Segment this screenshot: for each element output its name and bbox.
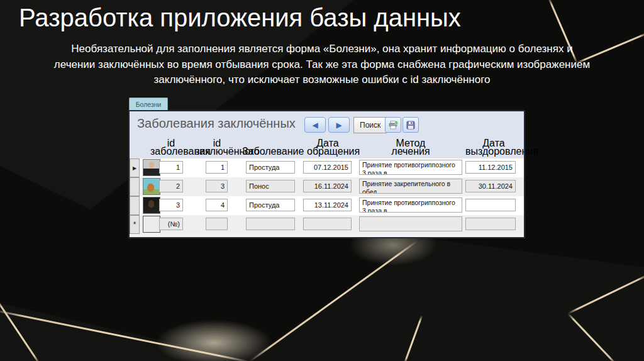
id-prisoner-field[interactable] <box>206 218 228 230</box>
id-disease-field[interactable]: 3 <box>159 199 183 211</box>
column-header-disease: Заболевание <box>242 148 299 156</box>
tab-label: Болезни <box>136 101 162 108</box>
printer-icon <box>389 121 398 130</box>
prisoner-photo[interactable] <box>143 197 160 214</box>
id-disease-field[interactable]: (№) <box>159 218 183 230</box>
id-prisoner-field[interactable]: 4 <box>206 199 228 211</box>
column-headers: id заболевания id заключённого Заболеван… <box>130 135 524 158</box>
form-header: Заболевания заключённых ◀ ▶ Поиск <box>130 111 524 135</box>
record-row: ▶ 1 1 Простуда 07.12.2015 Принятие проти… <box>130 158 524 177</box>
recovery-date-field[interactable]: 11.12.2015 <box>465 161 516 174</box>
request-date-field[interactable]: 13.11.2024 <box>303 199 352 211</box>
recovery-date-field[interactable] <box>465 218 516 230</box>
search-button[interactable]: Поиск <box>353 117 387 133</box>
id-disease-field[interactable]: 1 <box>159 161 183 174</box>
treatment-field[interactable]: Принятие закрепительного в обед <box>359 179 462 194</box>
recovery-date-field[interactable]: 30.11.2024 <box>465 180 516 192</box>
new-record-row: * (№) <box>130 215 524 234</box>
new-record-selector[interactable]: * <box>130 215 140 234</box>
record-selector[interactable] <box>130 177 140 196</box>
request-date-field[interactable]: 16.11.2024 <box>303 180 352 192</box>
request-date-field[interactable] <box>303 218 352 230</box>
treatment-field[interactable]: Принятие противогриппозного 3 раза в <box>359 160 462 175</box>
presentation-slide: Разработка приложения базы данных Необяз… <box>0 0 644 361</box>
treatment-field[interactable]: Принятие противогриппозного 3 раза в <box>359 197 462 213</box>
current-record-arrow-icon: ▶ <box>133 165 136 171</box>
request-date-field[interactable]: 07.12.2015 <box>303 161 352 174</box>
previous-record-button[interactable]: ◀ <box>304 117 326 133</box>
disease-field[interactable]: Простуда <box>246 199 295 211</box>
diseases-form: Заболевания заключённых ◀ ▶ Поиск <box>129 111 525 238</box>
arrow-left-icon: ◀ <box>312 121 318 130</box>
arrow-right-icon: ▶ <box>336 121 341 130</box>
form-title: Заболевания заключённых <box>137 116 296 131</box>
access-form-screenshot: Болезни Заболевания заключённых ◀ ▶ Поис… <box>129 97 525 238</box>
column-header-recovery-date: Дата выздоровления <box>465 140 522 155</box>
prisoner-photo[interactable] <box>143 159 160 176</box>
record-selector[interactable]: ▶ <box>130 158 140 177</box>
records-area: ▶ 1 1 Простуда 07.12.2015 Принятие проти… <box>130 158 524 237</box>
disease-field[interactable]: Понос <box>246 180 295 192</box>
next-record-button[interactable]: ▶ <box>328 117 350 133</box>
recovery-date-field[interactable] <box>465 199 516 211</box>
search-button-label: Поиск <box>360 121 380 130</box>
save-button[interactable] <box>402 117 419 133</box>
paragraph-line: заключённого, что исключает возможные ош… <box>0 72 644 88</box>
asterisk-icon: * <box>133 220 136 229</box>
id-prisoner-field[interactable]: 3 <box>206 180 228 192</box>
print-button[interactable] <box>385 117 401 133</box>
record-row: 2 3 Понос 16.11.2024 Принятие закрепител… <box>130 177 524 196</box>
tab-diseases[interactable]: Болезни <box>129 97 168 111</box>
disease-field[interactable] <box>246 218 295 230</box>
save-icon <box>406 121 415 130</box>
column-header-request-date: Дата обращения <box>307 140 348 155</box>
slide-title: Разработка приложения базы данных <box>19 4 461 32</box>
column-header-id-disease: id заболевания <box>150 140 192 155</box>
column-header-id-prisoner: id заключённого <box>195 140 239 155</box>
treatment-field[interactable] <box>359 216 462 231</box>
slide-paragraph: Необязательной для заполнения является ф… <box>0 42 644 88</box>
prisoner-photo[interactable] <box>143 178 160 195</box>
record-row: 3 4 Простуда 13.11.2024 Принятие противо… <box>130 196 524 215</box>
column-header-treatment: Метод лечения <box>376 140 445 155</box>
id-prisoner-field[interactable]: 1 <box>206 161 228 174</box>
prisoner-photo-empty[interactable] <box>143 216 160 233</box>
disease-field[interactable]: Простуда <box>246 161 295 174</box>
paragraph-line: лечении заключённых во время отбывания с… <box>0 57 644 73</box>
id-disease-field[interactable]: 2 <box>159 180 183 192</box>
record-selector[interactable] <box>130 196 140 215</box>
paragraph-line: Необязательной для заполнения является ф… <box>0 42 644 57</box>
